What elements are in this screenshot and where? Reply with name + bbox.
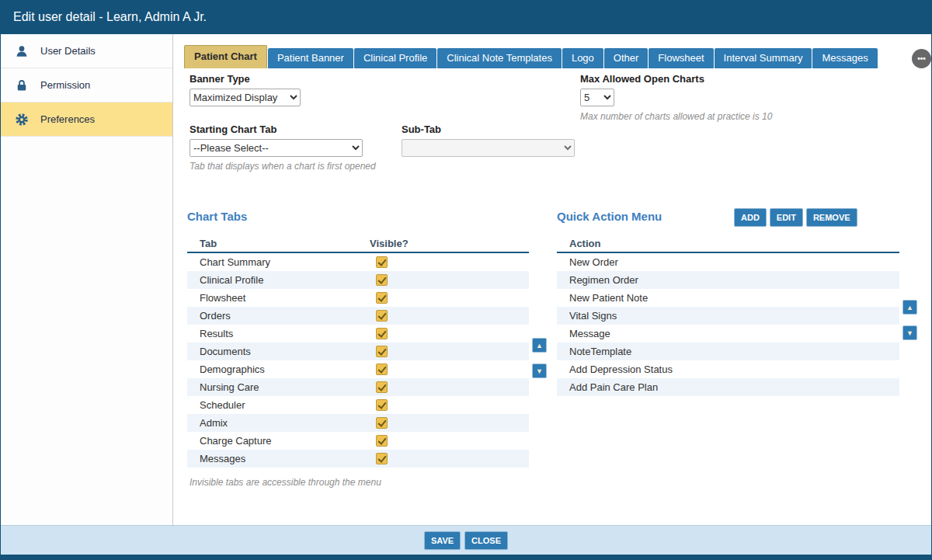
- visible-checkbox[interactable]: [376, 256, 388, 268]
- chart-tab-name: Results: [187, 325, 529, 343]
- list-item[interactable]: Message: [557, 325, 899, 343]
- list-item[interactable]: Vital Signs: [557, 307, 899, 325]
- chart-tab-name: Chart Summary: [187, 253, 529, 271]
- table-row: Admix: [187, 414, 529, 432]
- chart-tab-name: Flowsheet: [187, 289, 529, 307]
- tab-overflow-button[interactable]: •••: [912, 49, 931, 68]
- tab-patient-chart[interactable]: Patient Chart: [184, 45, 267, 68]
- visible-checkbox[interactable]: [376, 453, 388, 464]
- table-row: Scheduler: [187, 396, 529, 414]
- max-open-charts-help: Max number of charts allowed at practice…: [580, 111, 772, 122]
- tab-patient-banner[interactable]: Patient Banner: [268, 48, 353, 68]
- chart-tab-name: Orders: [187, 307, 529, 325]
- table-row: Charge Capture: [187, 432, 529, 450]
- list-item[interactable]: New Order: [557, 253, 899, 271]
- triangle-up-icon: ▲: [906, 304, 913, 311]
- bottom-strip: [1, 555, 931, 560]
- max-open-charts-select[interactable]: 5: [580, 89, 614, 106]
- triangle-down-icon: ▼: [536, 367, 543, 375]
- starting-chart-tab-label: Starting Chart Tab: [190, 123, 276, 135]
- quick-action-move-up-button[interactable]: ▲: [902, 300, 917, 315]
- tab-interval-summary[interactable]: Interval Summary: [715, 48, 812, 68]
- column-header-tab: Tab: [200, 238, 217, 249]
- quick-action-table-body: New Order Regimen Order New Patient Note…: [557, 253, 899, 396]
- visible-checkbox[interactable]: [376, 292, 388, 304]
- sidebar-item-label: Preferences: [40, 113, 95, 125]
- visible-checkbox[interactable]: [376, 381, 388, 393]
- add-button[interactable]: ADD: [734, 208, 767, 227]
- table-row: Orders: [187, 307, 529, 325]
- sidebar-item-label: Permission: [40, 79, 90, 91]
- save-button[interactable]: SAVE: [424, 531, 461, 550]
- table-row: Nursing Care: [187, 378, 529, 396]
- list-item[interactable]: Regimen Order: [557, 271, 899, 289]
- column-header-visible: Visible?: [370, 238, 409, 249]
- quick-action-name: Regimen Order: [557, 271, 899, 289]
- edit-button[interactable]: EDIT: [770, 208, 803, 227]
- chart-tab-name: Charge Capture: [187, 432, 529, 450]
- list-item[interactable]: Add Depression Status: [557, 360, 899, 378]
- close-button[interactable]: CLOSE: [464, 531, 508, 550]
- tab-flowsheet[interactable]: Flowsheet: [649, 48, 713, 68]
- app-body: User Details Permission Preferences Pati…: [1, 34, 931, 525]
- quick-action-name: New Order: [557, 253, 899, 271]
- table-row: Results: [187, 325, 529, 343]
- quick-action-table: Action New Order Regimen Order New Patie…: [557, 235, 899, 396]
- banner-type-select[interactable]: Maximized Display: [190, 89, 301, 106]
- title-bar: Edit user detail - Learn, Admin A Jr.: [1, 0, 931, 34]
- quick-action-name: Vital Signs: [557, 307, 899, 325]
- banner-type-label: Banner Type: [190, 73, 250, 85]
- tab-other[interactable]: Other: [604, 48, 649, 68]
- list-item[interactable]: Add Pain Care Plan: [557, 378, 899, 396]
- starting-chart-tab-select[interactable]: --Please Select--: [190, 139, 363, 157]
- quick-action-name: Add Depression Status: [557, 360, 899, 378]
- chart-tab-name: Nursing Care: [187, 378, 529, 396]
- user-icon: [15, 44, 29, 58]
- footer-bar: SAVE CLOSE: [1, 525, 931, 555]
- tab-clinical-note-templates[interactable]: Clinical Note Templates: [437, 48, 562, 68]
- lock-icon: [15, 78, 29, 92]
- visible-checkbox[interactable]: [376, 328, 388, 339]
- table-row: Clinical Profile: [187, 271, 529, 289]
- quick-action-table-header: Action: [557, 235, 899, 253]
- tab-clinical-profile[interactable]: Clinical Profile: [354, 48, 436, 68]
- visible-checkbox[interactable]: [376, 399, 388, 411]
- column-header-action: Action: [569, 238, 600, 249]
- sub-tab-select: [402, 139, 575, 157]
- chart-tab-name: Scheduler: [187, 396, 529, 414]
- list-item[interactable]: NoteTemplate: [557, 343, 899, 360]
- visible-checkbox[interactable]: [376, 363, 388, 375]
- quick-action-name: New Patient Note: [557, 289, 899, 307]
- quick-action-move-down-button[interactable]: ▼: [902, 325, 917, 340]
- tab-bar: Patient Chart Patient Banner Clinical Pr…: [184, 45, 931, 68]
- list-item[interactable]: New Patient Note: [557, 289, 899, 307]
- table-row: Messages: [187, 450, 529, 468]
- quick-action-name: Add Pain Care Plan: [557, 378, 899, 396]
- tab-messages[interactable]: Messages: [812, 48, 877, 68]
- table-row: Flowsheet: [187, 289, 529, 307]
- sidebar-item-permission[interactable]: Permission: [1, 68, 172, 103]
- visible-checkbox[interactable]: [376, 274, 388, 286]
- page-title: Edit user detail - Learn, Admin A Jr.: [13, 10, 207, 24]
- visible-checkbox[interactable]: [376, 346, 388, 357]
- chart-tabs-table-body: Chart Summary Clinical Profile Flowsheet…: [187, 253, 529, 468]
- chart-tabs-move-down-button[interactable]: ▼: [532, 363, 547, 378]
- chart-tab-name: Admix: [187, 414, 529, 432]
- visible-checkbox[interactable]: [376, 310, 388, 322]
- visible-checkbox[interactable]: [376, 417, 388, 429]
- chart-tabs-help: Invisible tabs are accessible through th…: [190, 477, 381, 488]
- chart-tabs-table-header: Tab Visible?: [187, 235, 529, 253]
- chart-tab-name: Documents: [187, 343, 529, 360]
- sidebar-item-user-details[interactable]: User Details: [1, 34, 172, 68]
- triangle-up-icon: ▲: [536, 342, 543, 350]
- quick-action-menu-heading: Quick Action Menu: [557, 210, 662, 223]
- visible-checkbox[interactable]: [376, 435, 388, 447]
- table-row: Demographics: [187, 360, 529, 378]
- tab-logo[interactable]: Logo: [562, 48, 603, 68]
- chart-tabs-table: Tab Visible? Chart Summary Clinical Prof…: [187, 235, 529, 468]
- app-window: Edit user detail - Learn, Admin A Jr. Us…: [0, 0, 932, 560]
- sidebar-item-preferences[interactable]: Preferences: [1, 103, 172, 137]
- chart-tabs-move-up-button[interactable]: ▲: [532, 338, 547, 353]
- triangle-down-icon: ▼: [906, 329, 913, 337]
- remove-button[interactable]: REMOVE: [806, 208, 857, 227]
